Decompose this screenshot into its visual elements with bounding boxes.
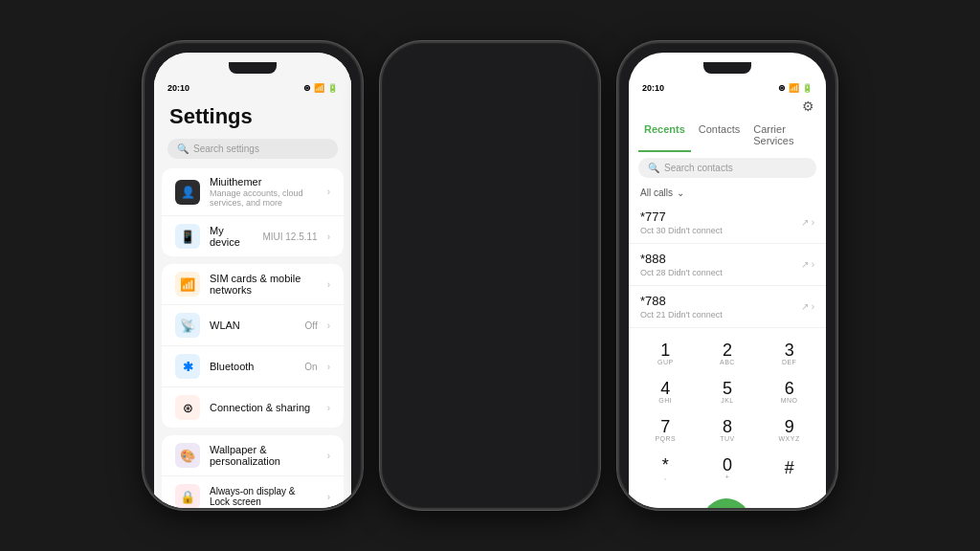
- status-icons-left: ⊛ 📶 🔋: [303, 83, 338, 93]
- account-text: Miuithemer Manage accounts, cloud servic…: [210, 176, 318, 208]
- search-icon: 🔍: [177, 143, 189, 154]
- miuithemer-item[interactable]: 👤 Miuithemer Manage accounts, cloud serv…: [162, 168, 344, 216]
- dial-key-2[interactable]: 2 ABC: [703, 336, 751, 370]
- wifi-icon: 📡: [180, 319, 195, 333]
- search-icon-phone: 🔍: [648, 163, 659, 173]
- dial-key-star[interactable]: * ,: [641, 451, 689, 485]
- call-item-2[interactable]: *888 Oct 28 Didn't connect ↗ ›: [629, 244, 826, 286]
- dial-key-1[interactable]: 1 GUP: [641, 336, 689, 370]
- time-right: 20:10: [642, 83, 664, 93]
- middle-phone: 20:10 ⊛ 📶 🔋 Tools Mail: [380, 41, 600, 510]
- dial-key-9[interactable]: 9 WXYZ: [766, 412, 813, 447]
- dial-key-6[interactable]: 6 MNO: [766, 374, 813, 408]
- lock-icon: 🔒: [180, 490, 195, 504]
- call-detail-3: Oct 21 Didn't connect: [640, 310, 723, 320]
- device-name: My device: [210, 225, 253, 248]
- call-detail-1: Oct 30 Didn't connect: [640, 226, 723, 235]
- dial-key-4[interactable]: 4 GHI: [641, 374, 689, 408]
- right-phone: 20:10 ⊛ 📶 🔋 ⚙ Recents Contacts Carrier S…: [617, 41, 837, 510]
- dial-row-1: 1 GUP 2 ABC 3 DEF: [635, 336, 820, 370]
- connection-sharing-item[interactable]: ⊛ Connection & sharing ›: [162, 387, 344, 428]
- dialpad: 1 GUP 2 ABC 3 DEF 4 GHI: [629, 328, 826, 493]
- call-number-3: *788: [640, 294, 723, 308]
- tab-recents[interactable]: Recents: [638, 120, 691, 152]
- left-phone: 20:10 ⊛ 📶 🔋 Settings 🔍 Search settings 👤: [143, 41, 363, 510]
- chevron-icon-4: ›: [327, 320, 330, 331]
- chevron-icon-2: ›: [327, 231, 330, 242]
- status-bar-left: 20:10 ⊛ 📶 🔋: [154, 79, 351, 97]
- phone-tabs: Recents Contacts Carrier Services: [629, 116, 826, 152]
- chevron-icon: ›: [327, 187, 330, 197]
- bluetooth-label: Bluetooth: [210, 361, 295, 372]
- dial-row-4: * , 0 + #: [635, 451, 820, 485]
- dial-key-hash[interactable]: #: [766, 451, 813, 485]
- time-left: 20:10: [167, 83, 189, 93]
- settings-row: ⚙: [629, 97, 826, 116]
- chevron-icon-7: ›: [327, 451, 330, 461]
- dial-key-0[interactable]: 0 +: [703, 451, 751, 485]
- sharing-label: Connection & sharing: [210, 402, 318, 413]
- call-number-1: *777: [640, 209, 723, 224]
- my-device-item[interactable]: 📱 My device MIUI 12.5.11 ›: [162, 216, 344, 256]
- account-icon: 👤: [181, 186, 195, 199]
- contacts-search[interactable]: 🔍 Search contacts: [638, 158, 816, 178]
- wallpaper-label: Wallpaper & personalization: [210, 444, 318, 467]
- device-text: My device: [210, 225, 253, 248]
- dial-key-8[interactable]: 8 TUV: [703, 412, 751, 447]
- filter-icon: ⌄: [677, 187, 684, 198]
- call-info-3: *788 Oct 21 Didn't connect: [640, 294, 723, 320]
- call-number-2: *888: [640, 252, 723, 266]
- call-arrow-3: ↗ ›: [801, 301, 814, 312]
- device-version: MIUI 12.5.11: [262, 231, 317, 242]
- account-name: Miuithemer: [210, 176, 318, 187]
- wallpaper-icon: 🎨: [180, 449, 195, 463]
- call-item-3[interactable]: *788 Oct 21 Didn't connect ↗ ›: [629, 286, 826, 328]
- call-item-1[interactable]: *777 Oct 30 Didn't connect ↗ ›: [629, 202, 826, 244]
- wlan-value: Off: [305, 320, 318, 331]
- dial-key-5[interactable]: 5 JKL: [703, 374, 751, 408]
- call-info-2: *888 Oct 28 Didn't connect: [640, 252, 723, 277]
- bluetooth-icon: ✱: [183, 360, 193, 374]
- call-info-1: *777 Oct 30 Didn't connect: [640, 209, 723, 235]
- lock-label: Always-on display & Lock screen: [210, 486, 318, 507]
- gear-icon[interactable]: ⚙: [802, 99, 814, 114]
- account-subtitle: Manage accounts, cloud services, and mor…: [210, 188, 318, 208]
- dial-key-7[interactable]: 7 PQRS: [641, 412, 689, 447]
- search-bar[interactable]: 🔍 Search settings: [167, 139, 338, 159]
- sim-item[interactable]: 📶 SIM cards & mobile networks ›: [162, 264, 344, 305]
- sharing-icon: ⊛: [183, 401, 193, 415]
- connectivity-group: 📶 SIM cards & mobile networks › 📡 WLAN O…: [154, 264, 351, 428]
- notch: [229, 62, 277, 74]
- dial-row-3: 7 PQRS 8 TUV 9 WXYZ: [635, 412, 820, 447]
- tab-contacts[interactable]: Contacts: [693, 120, 746, 152]
- status-icons-right: ⊛ 📶 🔋: [778, 83, 813, 93]
- call-button[interactable]: [702, 498, 750, 510]
- chevron-icon-8: ›: [327, 492, 330, 502]
- calls-header: All calls ⌄: [629, 184, 826, 202]
- wlan-item[interactable]: 📡 WLAN Off ›: [162, 305, 344, 346]
- call-detail-2: Oct 28 Didn't connect: [640, 268, 723, 277]
- calls-header-label: All calls: [640, 187, 673, 198]
- call-arrow-2: ↗ ›: [801, 259, 814, 270]
- wlan-label: WLAN: [210, 320, 296, 331]
- bluetooth-item[interactable]: ✱ Bluetooth On ›: [162, 346, 344, 387]
- search-placeholder-phone: Search contacts: [664, 163, 733, 173]
- wallpaper-item[interactable]: 🎨 Wallpaper & personalization ›: [162, 435, 344, 476]
- device-icon: 📱: [180, 230, 195, 244]
- lock-screen-item[interactable]: 🔒 Always-on display & Lock screen ›: [162, 476, 344, 510]
- call-arrow-1: ↗ ›: [801, 217, 814, 228]
- notch-right: [703, 62, 751, 74]
- tab-carrier[interactable]: Carrier Services: [747, 120, 816, 152]
- phone-bottom-bar: ≡ ⠿: [629, 493, 826, 510]
- status-bar-right: 20:10 ⊛ 📶 🔋: [629, 79, 826, 97]
- account-group: 👤 Miuithemer Manage accounts, cloud serv…: [154, 168, 351, 256]
- search-placeholder: Search settings: [193, 143, 259, 154]
- page-title: Settings: [154, 97, 351, 135]
- chevron-icon-6: ›: [327, 403, 330, 413]
- dial-row-2: 4 GHI 5 JKL 6 MNO: [635, 374, 820, 408]
- chevron-icon-5: ›: [327, 362, 330, 372]
- chevron-icon-3: ›: [327, 279, 330, 290]
- sim-label: SIM cards & mobile networks: [210, 273, 318, 296]
- sim-icon: 📶: [180, 277, 195, 292]
- dial-key-3[interactable]: 3 DEF: [766, 336, 813, 370]
